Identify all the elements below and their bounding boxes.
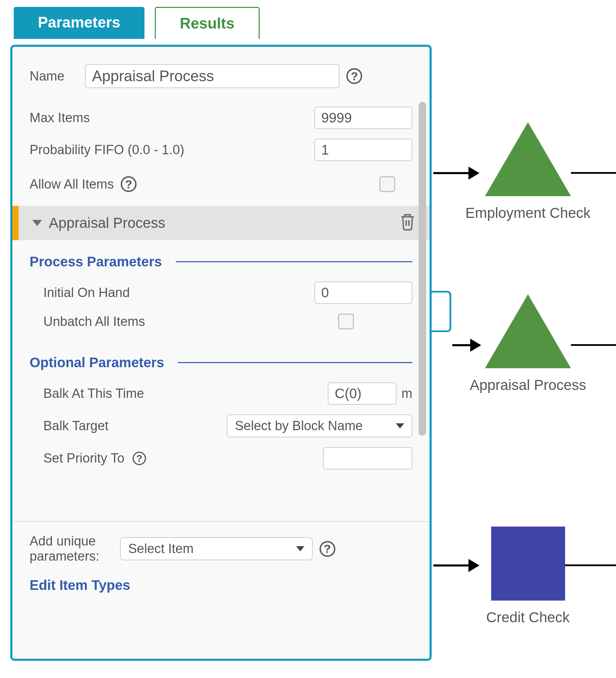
item-type-title: Appraisal Process: [49, 215, 165, 231]
name-label: Name: [30, 69, 64, 84]
help-icon[interactable]: ?: [132, 452, 146, 465]
node-label: Credit Check: [486, 609, 570, 626]
help-icon[interactable]: ?: [346, 68, 362, 84]
set-priority-label: Set Priority To: [43, 451, 125, 466]
prob-fifo-input[interactable]: [314, 139, 412, 161]
item-type-row[interactable]: Appraisal Process: [12, 206, 430, 240]
chevron-down-icon: [296, 546, 304, 551]
edit-item-types-link[interactable]: Edit Item Types: [30, 578, 412, 593]
flow-diagram: Employment Check Appraisal Process Credi…: [432, 103, 616, 671]
unbatch-label: Unbatch All Items: [43, 314, 145, 329]
initial-on-hand-label: Initial On Hand: [43, 285, 130, 300]
triangle-icon: [485, 122, 571, 196]
diagram-node-appraisal-process[interactable]: Appraisal Process: [449, 294, 607, 393]
chevron-down-icon: [32, 220, 42, 226]
trash-icon[interactable]: [399, 213, 416, 234]
add-unique-value: Select Item: [128, 541, 194, 556]
balk-target-value: Select by Block Name: [235, 419, 363, 433]
allow-all-label: Allow All Items: [30, 177, 114, 192]
diagram-node-employment-check[interactable]: Employment Check: [449, 122, 607, 221]
max-items-label: Max Items: [30, 110, 90, 125]
section-title: Process Parameters: [30, 254, 162, 269]
chevron-down-icon: [396, 423, 404, 428]
balk-time-label: Balk At This Time: [43, 386, 144, 401]
section-process-parameters: Process Parameters: [12, 240, 430, 269]
max-items-input[interactable]: [314, 107, 412, 129]
add-unique-select[interactable]: Select Item: [120, 537, 313, 560]
diagram-node-credit-check[interactable]: Credit Check: [449, 527, 607, 626]
set-priority-input[interactable]: [323, 447, 412, 469]
tab-results[interactable]: Results: [155, 7, 260, 39]
balk-target-select[interactable]: Select by Block Name: [227, 414, 412, 437]
unbatch-checkbox[interactable]: [338, 314, 354, 329]
scrollbar-thumb[interactable]: [419, 102, 426, 436]
node-label: Appraisal Process: [470, 377, 586, 393]
square-icon: [491, 527, 565, 601]
panel-scroll-area: Name ? Max Items Probability FIFO (0.0 -…: [12, 47, 430, 525]
section-optional-parameters: Optional Parameters: [12, 334, 430, 370]
allow-all-checkbox[interactable]: [379, 176, 395, 192]
triangle-icon: [485, 294, 571, 368]
parameters-panel: Name ? Max Items Probability FIFO (0.0 -…: [10, 45, 432, 661]
help-icon[interactable]: ?: [320, 541, 335, 557]
tab-parameters[interactable]: Parameters: [14, 7, 144, 39]
node-label: Employment Check: [465, 205, 591, 221]
prob-fifo-label: Probability FIFO (0.0 - 1.0): [30, 142, 184, 157]
help-icon[interactable]: ?: [121, 176, 137, 192]
add-unique-label: parameters:: [30, 549, 99, 564]
balk-target-label: Balk Target: [43, 419, 108, 433]
scrollbar[interactable]: [419, 102, 426, 480]
tab-bar: Parameters Results: [0, 0, 616, 39]
balk-time-input[interactable]: [328, 382, 397, 405]
name-input[interactable]: [85, 64, 339, 88]
initial-on-hand-input[interactable]: [314, 282, 412, 304]
panel-footer: Add unique parameters: Select Item ? Edi…: [12, 521, 430, 659]
add-unique-label: Add unique: [30, 534, 99, 549]
section-title: Optional Parameters: [30, 355, 164, 370]
balk-time-unit: m: [401, 386, 412, 401]
